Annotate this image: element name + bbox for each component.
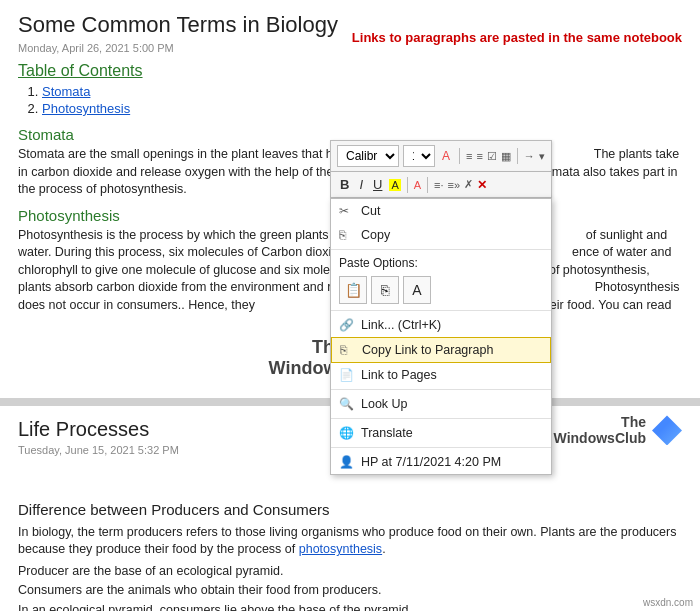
context-menu: ✂ Cut ⎘ Copy Paste Options: 📋 ⎘ A 🔗 Link… — [330, 198, 552, 475]
indent-btn[interactable]: ≡» — [448, 179, 461, 191]
copy-link-icon: ⎘ — [340, 343, 347, 357]
ctx-link[interactable]: 🔗 Link... (Ctrl+K) — [331, 313, 551, 337]
ctx-copy-label: Copy — [361, 228, 390, 242]
ctx-link-label: Link... (Ctrl+K) — [361, 318, 441, 332]
strikethrough-btn[interactable]: ✗ — [464, 178, 473, 191]
toc-item-1: Stomata — [42, 84, 682, 99]
ctx-paste-icons: 📋 ⎘ A — [331, 272, 551, 308]
ctx-copy-link-label: Copy Link to Paragraph — [362, 343, 493, 357]
user-icon: 👤 — [339, 455, 354, 469]
bottom-section-heading: Difference between Producers and Consume… — [18, 501, 682, 518]
dropdown-icon[interactable]: ▾ — [539, 150, 545, 163]
underline-btn[interactable]: U — [370, 176, 385, 193]
ctx-divider-1 — [331, 249, 551, 250]
list-btn[interactable]: ≡· — [434, 179, 443, 191]
table-icon[interactable]: ▦ — [501, 150, 511, 163]
paste-btn-3[interactable]: A — [403, 276, 431, 304]
ctx-divider-5 — [331, 447, 551, 448]
translate-icon: 🌐 — [339, 426, 354, 440]
toc-list: Stomata Photosynthesis — [42, 84, 682, 116]
font-color-btn[interactable]: A — [439, 148, 453, 164]
ctx-lookup-label: Look Up — [361, 397, 408, 411]
ctx-paste-label: Paste Options: — [331, 252, 551, 272]
remove-formatting-btn[interactable]: ✕ — [477, 178, 487, 192]
ctx-copy[interactable]: ⎘ Copy — [331, 223, 551, 247]
ctx-cut-label: Cut — [361, 204, 380, 218]
toc-heading: Table of Contents — [18, 62, 682, 80]
bottom-para-3: Consumers are the animals who obtain the… — [18, 582, 682, 600]
ctx-user-time-label: HP at 7/11/2021 4:20 PM — [361, 455, 501, 469]
arrow-right-icon[interactable]: → — [524, 150, 535, 162]
ribbon-row-2: B I U A A ≡· ≡» ✗ ✕ — [330, 172, 552, 198]
bold-btn[interactable]: B — [337, 176, 352, 193]
top-notebook: Some Common Terms in Biology Monday, Apr… — [0, 0, 700, 406]
ctx-divider-3 — [331, 389, 551, 390]
highlight-btn[interactable]: A — [389, 179, 400, 191]
link-icon: 🔗 — [339, 318, 354, 332]
font-name-select[interactable]: Calibri — [337, 145, 399, 167]
photosynthesis-link[interactable]: photosynthesis — [299, 542, 382, 556]
toc-item-2: Photosynthesis — [42, 101, 682, 116]
ctx-user-time[interactable]: 👤 HP at 7/11/2021 4:20 PM — [331, 450, 551, 474]
wsxdn-badge: wsxdn.com — [640, 596, 696, 609]
link-pages-icon: 📄 — [339, 368, 354, 382]
ctx-divider-4 — [331, 418, 551, 419]
bottom-watermark-text: The WindowsClub — [554, 414, 646, 448]
align-left-icon[interactable]: ≡ — [466, 150, 472, 162]
bottom-content: Difference between Producers and Consume… — [18, 501, 682, 611]
top-annotation: Links to paragraphs are pasted in the sa… — [352, 30, 682, 47]
cut-icon: ✂ — [339, 204, 349, 218]
ctx-link-pages[interactable]: 📄 Link to Pages — [331, 363, 551, 387]
italic-btn[interactable]: I — [356, 176, 366, 193]
checkbox-icon[interactable]: ☑ — [487, 150, 497, 163]
ctx-translate-label: Translate — [361, 426, 413, 440]
ctx-link-pages-label: Link to Pages — [361, 368, 437, 382]
toc-link-stomata[interactable]: Stomata — [42, 84, 90, 99]
align-center-icon[interactable]: ≡ — [476, 150, 482, 162]
font-size-select[interactable]: 11 — [403, 145, 435, 167]
toc-link-photosynthesis[interactable]: Photosynthesis — [42, 101, 130, 116]
ctx-translate[interactable]: 🌐 Translate — [331, 421, 551, 445]
ctx-lookup[interactable]: 🔍 Look Up — [331, 392, 551, 416]
copy-icon: ⎘ — [339, 228, 346, 242]
paste-btn-2[interactable]: ⎘ — [371, 276, 399, 304]
bottom-watermark-logo — [652, 415, 682, 445]
ribbon-toolbar: Calibri 11 A ≡ ≡ ☑ ▦ → ▾ — [330, 140, 552, 172]
bottom-para-1: In biology, the term producers refers to… — [18, 524, 682, 559]
ribbon-divider-2 — [517, 148, 518, 164]
bottom-watermark: The WindowsClub — [554, 414, 682, 448]
ctx-divider-2 — [331, 310, 551, 311]
bottom-para-2: Producer are the base of an ecological p… — [18, 563, 682, 581]
ribbon-divider-4 — [427, 177, 428, 193]
lookup-icon: 🔍 — [339, 397, 354, 411]
font-color-a-btn[interactable]: A — [414, 179, 421, 191]
ribbon-divider-1 — [459, 148, 460, 164]
bottom-para-4: In an ecological pyramid, consumers lie … — [18, 602, 682, 611]
ctx-cut[interactable]: ✂ Cut — [331, 199, 551, 223]
ribbon-divider-3 — [407, 177, 408, 193]
paste-btn-1[interactable]: 📋 — [339, 276, 367, 304]
ctx-copy-link[interactable]: ⎘ Copy Link to Paragraph — [331, 337, 551, 363]
context-menu-area: Calibri 11 A ≡ ≡ ☑ ▦ → ▾ B I U A A ≡· ≡» — [330, 140, 552, 475]
